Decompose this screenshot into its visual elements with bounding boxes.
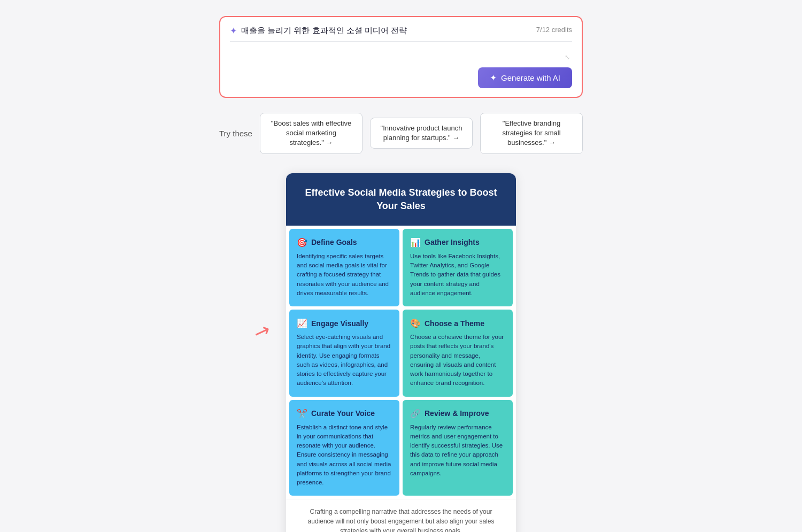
prompt-text: 매출을 늘리기 위한 효과적인 소셜 미디어 전략 — [241, 26, 407, 36]
generate-button[interactable]: ✦ Generate with AI — [478, 67, 572, 88]
cell-title-1: 🎯 Define Goals — [297, 237, 392, 248]
cell-body-3: Select eye-catching visuals and graphics… — [297, 333, 392, 388]
review-improve-icon: 🔗 — [410, 408, 421, 419]
cell-body-4: Choose a cohesive theme for your posts t… — [410, 333, 505, 388]
cell-title-3: 📈 Engage Visually — [297, 318, 392, 328]
arrow-left-annotation: ↗ — [251, 318, 274, 345]
gather-insights-icon: 📊 — [410, 237, 421, 248]
result-card: Effective Social Media Strategies to Boo… — [286, 173, 516, 532]
cell-title-6: 🔗 Review & Improve — [410, 408, 505, 419]
suggestion-chip-1[interactable]: "Boost sales with effective social marke… — [260, 113, 363, 154]
try-these-label: Try these — [219, 129, 252, 138]
curate-voice-icon: ✂️ — [297, 408, 307, 419]
card-footer: Crafting a compelling narrative that add… — [286, 499, 516, 532]
credits-display: 7/12 credits — [536, 26, 572, 34]
input-divider — [230, 41, 572, 42]
cell-title-2: 📊 Gather Insights — [410, 237, 505, 248]
card-cell-6: 🔗 Review & Improve Regularly review perf… — [403, 400, 513, 496]
try-these-section: Try these "Boost sales with effective so… — [219, 113, 583, 154]
cell-body-5: Establish a distinct tone and style in y… — [297, 423, 392, 488]
define-goals-icon: 🎯 — [297, 237, 307, 248]
cell-body-2: Use tools like Facebook Insights, Twitte… — [410, 252, 505, 298]
suggestion-chip-3[interactable]: "Effective branding strategies for small… — [480, 113, 583, 154]
card-cell-1: 🎯 Define Goals Identifying specific sale… — [289, 229, 399, 306]
card-cell-3: 📈 Engage Visually Select eye-catching vi… — [289, 310, 399, 397]
generate-label: Generate with AI — [501, 73, 560, 82]
resize-handle: ⤡ — [565, 53, 570, 61]
choose-theme-icon: 🎨 — [410, 318, 421, 328]
card-header: Effective Social Media Strategies to Boo… — [286, 173, 516, 226]
cell-body-6: Regularly review performance metrics and… — [410, 423, 505, 479]
suggestion-chip-2[interactable]: "Innovative product launch planning for … — [370, 118, 473, 149]
card-cell-5: ✂️ Curate Your Voice Establish a distinc… — [289, 400, 399, 496]
engage-visually-icon: 📈 — [297, 318, 307, 328]
prompt-input-container: ✦ 매출을 늘리기 위한 효과적인 소셜 미디어 전략 7/12 credits… — [219, 16, 583, 98]
sparkle-icon: ✦ — [230, 26, 237, 36]
card-cell-4: 🎨 Choose a Theme Choose a cohesive theme… — [403, 310, 513, 397]
input-body: ⤡ — [230, 47, 572, 63]
result-card-wrapper: ↗ Effective Social Media Strategies to B… — [286, 173, 516, 532]
cell-title-5: ✂️ Curate Your Voice — [297, 408, 392, 419]
generate-sparkle-icon: ✦ — [490, 73, 497, 83]
card-cell-2: 📊 Gather Insights Use tools like Faceboo… — [403, 229, 513, 306]
cell-body-1: Identifying specific sales targets and s… — [297, 252, 392, 298]
card-grid: 🎯 Define Goals Identifying specific sale… — [286, 226, 516, 499]
cell-title-4: 🎨 Choose a Theme — [410, 318, 505, 328]
card-header-title: Effective Social Media Strategies to Boo… — [301, 186, 501, 213]
